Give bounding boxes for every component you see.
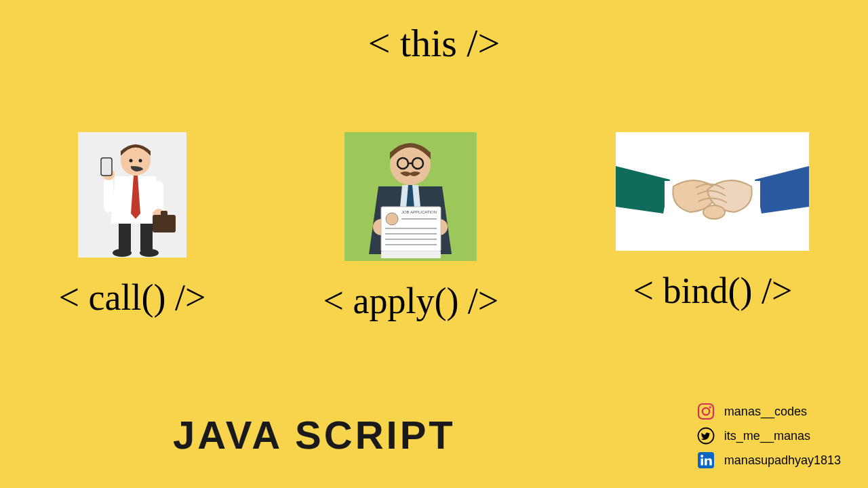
social-links: manas__codes its_me__manas manasupadhyay…: [697, 403, 841, 469]
bind-caption: < bind() />: [633, 270, 792, 312]
svg-point-14: [140, 249, 159, 257]
svg-point-41: [701, 455, 703, 458]
card-call: < call() />: [59, 132, 206, 319]
svg-rect-9: [153, 215, 176, 232]
svg-point-36: [703, 408, 709, 415]
apply-caption: < apply() />: [323, 280, 498, 322]
svg-rect-4: [104, 178, 113, 212]
card-bind: < bind() />: [616, 132, 809, 312]
apply-illustration: JOB APPLICATION: [344, 132, 477, 261]
job-application-icon: JOB APPLICATION: [344, 132, 477, 261]
svg-point-2: [129, 159, 132, 163]
handshake-icon: [616, 132, 809, 251]
svg-rect-35: [698, 404, 713, 419]
social-linkedin[interactable]: manasupadhyay1813: [697, 451, 841, 469]
svg-point-13: [113, 249, 132, 257]
social-instagram[interactable]: manas__codes: [697, 403, 841, 420]
svg-point-37: [709, 406, 711, 408]
svg-rect-12: [140, 224, 153, 251]
call-caption: < call() />: [59, 277, 206, 319]
card-apply: JOB APPLICATION < apply() />: [323, 132, 498, 322]
svg-rect-10: [161, 211, 167, 216]
instagram-handle: manas__codes: [724, 405, 807, 419]
call-illustration: [78, 132, 186, 258]
page-title: < this />: [368, 20, 500, 66]
linkedin-icon: [697, 451, 715, 469]
svg-rect-11: [119, 224, 131, 251]
cards-row: < call() />: [0, 132, 868, 322]
svg-rect-40: [701, 459, 703, 466]
paper-label: JOB APPLICATION: [401, 210, 437, 214]
person-phone-icon: [78, 132, 186, 258]
twitter-handle: its_me__manas: [724, 429, 810, 443]
twitter-icon: [697, 427, 715, 445]
social-twitter[interactable]: its_me__manas: [697, 427, 841, 445]
svg-point-34: [703, 205, 725, 219]
footer-title: JAVA SCRIPT: [173, 412, 456, 458]
instagram-icon: [697, 403, 715, 420]
linkedin-handle: manasupadhyay1813: [724, 453, 841, 468]
svg-rect-6: [101, 158, 112, 176]
svg-point-3: [138, 159, 142, 163]
svg-rect-30: [381, 251, 441, 258]
bind-illustration: [616, 132, 809, 251]
svg-rect-7: [154, 181, 163, 214]
